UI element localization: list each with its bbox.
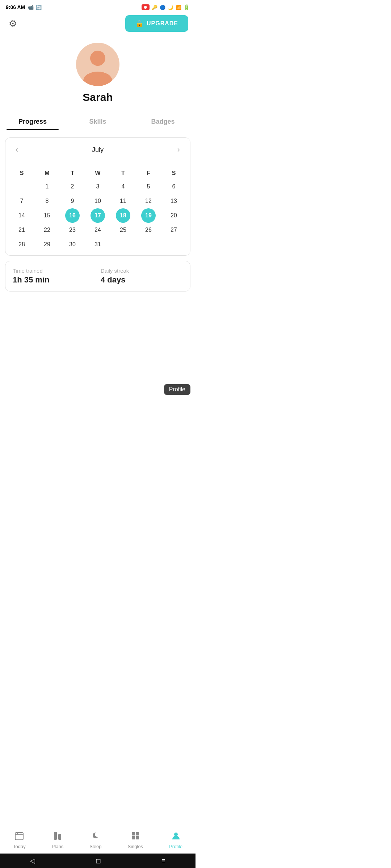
calendar-day[interactable]: 3: [85, 179, 110, 194]
calendar-day[interactable]: 10: [85, 194, 110, 208]
calendar-next-button[interactable]: ›: [175, 144, 183, 155]
upgrade-label: UPGRADE: [147, 20, 178, 27]
stats-row: Time trained 1h 35 min Daily streak 4 da…: [13, 268, 183, 285]
stat-streak-label: Daily streak: [101, 268, 183, 274]
calendar-card: ‹ July › SMTWTFS123456789101112131415161…: [5, 137, 190, 256]
wifi-icon: 📶: [176, 5, 181, 10]
video-icon: 📹: [28, 5, 34, 10]
calendar-day[interactable]: 6: [161, 179, 186, 194]
calendar-day[interactable]: 4: [110, 179, 136, 194]
stats-card: Time trained 1h 35 min Daily streak 4 da…: [5, 261, 190, 292]
stat-daily-streak: Daily streak 4 days: [101, 268, 183, 285]
status-bar: 9:06 AM 📹 🔄 ⏺ 🔑 🔵 🌙 📶 🔋: [0, 0, 196, 13]
upgrade-button[interactable]: 🔒 UPGRADE: [125, 15, 188, 32]
calendar-day[interactable]: 14: [9, 208, 34, 223]
calendar-day: [110, 237, 136, 252]
status-icons: 📹 🔄: [28, 5, 42, 10]
calendar-day[interactable]: 24: [85, 223, 110, 237]
calendar-day[interactable]: 15: [34, 208, 60, 223]
calendar-day-header: F: [136, 167, 161, 179]
calendar-divider: [5, 161, 190, 161]
tab-skills[interactable]: Skills: [65, 113, 130, 130]
status-left: 9:06 AM 📹 🔄: [6, 4, 42, 10]
stat-streak-value: 4 days: [101, 275, 183, 285]
calendar-month: July: [92, 146, 104, 154]
profile-tabs: Progress Skills Badges: [0, 113, 196, 130]
calendar-day[interactable]: 26: [136, 223, 161, 237]
status-right-icons: ⏺ 🔑 🔵 🌙 📶 🔋: [142, 4, 190, 10]
calendar-day[interactable]: 23: [60, 223, 85, 237]
calendar-day[interactable]: 27: [161, 223, 186, 237]
battery-icon: 🔋: [184, 4, 190, 10]
stat-time-trained: Time trained 1h 35 min: [13, 268, 95, 285]
stat-time-value: 1h 35 min: [13, 275, 95, 285]
profile-tooltip: Profile: [164, 384, 190, 395]
calendar-day[interactable]: 1: [34, 179, 60, 194]
lock-icon: 🔒: [135, 20, 144, 27]
calendar-day[interactable]: 28: [9, 237, 34, 252]
calendar-day[interactable]: 13: [161, 194, 186, 208]
calendar-day[interactable]: 18: [116, 208, 130, 223]
calendar-day[interactable]: 21: [9, 223, 34, 237]
calendar-day: [136, 237, 161, 252]
calendar-day[interactable]: 29: [34, 237, 60, 252]
calendar-day[interactable]: 11: [110, 194, 136, 208]
avatar-body: [83, 72, 112, 86]
calendar-day[interactable]: 7: [9, 194, 34, 208]
calendar-day-header: W: [85, 167, 110, 179]
calendar-day[interactable]: 30: [60, 237, 85, 252]
calendar-day-header: T: [110, 167, 136, 179]
calendar-day[interactable]: 31: [85, 237, 110, 252]
key-icon: 🔑: [152, 5, 157, 10]
calendar-day[interactable]: 20: [161, 208, 186, 223]
profile-name: Sarah: [83, 91, 113, 103]
refresh-icon: 🔄: [36, 5, 42, 10]
calendar-day[interactable]: 17: [91, 208, 105, 223]
settings-button[interactable]: ⚙: [7, 17, 18, 31]
tab-badges[interactable]: Badges: [130, 113, 196, 130]
avatar-head: [90, 51, 105, 66]
record-icon: ⏺: [142, 4, 150, 10]
calendar-day[interactable]: 9: [60, 194, 85, 208]
avatar: [76, 43, 119, 86]
calendar-day-header: S: [161, 167, 186, 179]
calendar-day[interactable]: 22: [34, 223, 60, 237]
calendar-day[interactable]: 25: [110, 223, 136, 237]
profile-section: Sarah: [0, 35, 196, 109]
calendar-day[interactable]: 19: [141, 208, 156, 223]
stat-time-label: Time trained: [13, 268, 95, 274]
moon-icon: 🌙: [168, 5, 173, 10]
calendar-day[interactable]: 16: [65, 208, 80, 223]
calendar-day-header: S: [9, 167, 34, 179]
calendar-day[interactable]: 5: [136, 179, 161, 194]
calendar-day[interactable]: 12: [136, 194, 161, 208]
calendar-day-header: T: [60, 167, 85, 179]
calendar-header: ‹ July ›: [9, 144, 186, 155]
calendar-day[interactable]: 2: [60, 179, 85, 194]
calendar-day-header: M: [34, 167, 60, 179]
calendar-day[interactable]: 8: [34, 194, 60, 208]
gear-icon: ⚙: [9, 18, 17, 29]
calendar-prev-button[interactable]: ‹: [13, 144, 21, 155]
header: ⚙ 🔒 UPGRADE: [0, 13, 196, 35]
tab-progress[interactable]: Progress: [0, 113, 65, 130]
calendar-day: [9, 179, 34, 194]
calendar-day: [161, 237, 186, 252]
status-time: 9:06 AM: [6, 4, 25, 10]
bluetooth-icon: 🔵: [160, 5, 165, 10]
calendar-grid: SMTWTFS123456789101112131415161718192021…: [9, 167, 186, 252]
